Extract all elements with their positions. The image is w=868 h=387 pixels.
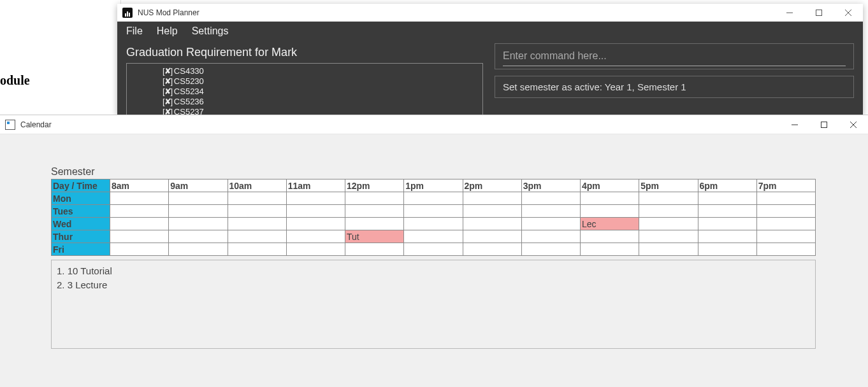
planner-title: NUS Mod Planner	[138, 8, 199, 17]
tt-cell[interactable]	[581, 230, 639, 243]
table-row: Mon	[52, 192, 816, 205]
tt-cell[interactable]	[581, 192, 639, 205]
calendar-minimize-button[interactable]	[780, 116, 809, 134]
tt-cell[interactable]	[228, 192, 286, 205]
tt-cell[interactable]	[698, 205, 756, 218]
tt-cell[interactable]	[521, 230, 580, 243]
planner-titlebar: NUS Mod Planner	[117, 4, 863, 22]
tt-cell[interactable]	[110, 230, 169, 243]
calendar-maximize-button[interactable]	[809, 116, 839, 134]
tt-cell[interactable]	[169, 205, 228, 218]
tt-cell[interactable]	[698, 192, 756, 205]
tt-cell[interactable]	[756, 230, 815, 243]
planner-minimize-button[interactable]	[775, 4, 804, 22]
tt-cell[interactable]	[463, 205, 521, 218]
header-hour: 11am	[286, 179, 345, 192]
tt-cell[interactable]	[286, 192, 345, 205]
tt-cell[interactable]	[639, 192, 698, 205]
tt-cell[interactable]	[521, 192, 580, 205]
tt-cell[interactable]	[404, 192, 463, 205]
calendar-window: Calendar Semester Day / Time 8am 9am 10a…	[0, 115, 868, 387]
tt-cell[interactable]	[698, 243, 756, 256]
tt-cell[interactable]	[345, 192, 404, 205]
tt-cell[interactable]	[286, 230, 345, 243]
header-hour: 7pm	[756, 179, 815, 192]
day-label: Tues	[52, 205, 110, 218]
tt-cell[interactable]	[110, 218, 169, 230]
menu-settings[interactable]: Settings	[192, 25, 229, 37]
table-row: Thur Tut	[52, 230, 816, 243]
tt-cell[interactable]	[286, 205, 345, 218]
tt-cell[interactable]	[228, 205, 286, 218]
graduation-title: Graduation Requirement for Mark	[126, 41, 483, 63]
header-hour: 4pm	[581, 179, 639, 192]
tt-cell[interactable]	[639, 218, 698, 230]
menu-help[interactable]: Help	[157, 25, 178, 37]
command-input[interactable]	[503, 49, 846, 66]
tt-cell[interactable]	[463, 230, 521, 243]
tt-cell[interactable]	[228, 243, 286, 256]
svg-rect-1	[816, 10, 822, 15]
tt-cell[interactable]	[463, 243, 521, 256]
header-hour: 9am	[169, 179, 228, 192]
table-row: Fri	[52, 243, 816, 256]
calendar-close-button[interactable]	[839, 116, 868, 134]
tt-cell[interactable]	[581, 243, 639, 256]
header-hour: 1pm	[404, 179, 463, 192]
tt-cell[interactable]	[756, 243, 815, 256]
tt-cell[interactable]	[404, 218, 463, 230]
tt-cell[interactable]	[756, 192, 815, 205]
graduation-list[interactable]: CS4330 CS5230 CS5234 CS5236 CS5237	[126, 63, 483, 115]
tt-cell[interactable]	[110, 192, 169, 205]
tt-cell[interactable]	[345, 243, 404, 256]
event-tutorial[interactable]: Tut	[345, 230, 404, 243]
header-hour: 5pm	[639, 179, 698, 192]
tt-cell[interactable]	[698, 218, 756, 230]
tt-cell[interactable]	[228, 218, 286, 230]
tt-cell[interactable]	[286, 243, 345, 256]
grad-module-item: CS5230	[163, 76, 482, 87]
menu-file[interactable]: File	[126, 25, 143, 37]
tt-cell[interactable]	[169, 218, 228, 230]
tt-cell[interactable]	[581, 205, 639, 218]
event-lecture[interactable]: Lec	[581, 218, 639, 230]
header-hour: 2pm	[463, 179, 521, 192]
tt-cell[interactable]	[345, 218, 404, 230]
header-hour: 3pm	[521, 179, 580, 192]
tt-cell[interactable]	[404, 243, 463, 256]
tt-cell[interactable]	[639, 205, 698, 218]
tt-cell[interactable]	[110, 205, 169, 218]
tt-cell[interactable]	[110, 243, 169, 256]
tt-cell[interactable]	[169, 230, 228, 243]
tt-cell[interactable]	[286, 218, 345, 230]
calendar-title: Calendar	[20, 120, 52, 129]
tt-cell[interactable]	[756, 205, 815, 218]
tt-cell[interactable]	[521, 205, 580, 218]
planner-maximize-button[interactable]	[804, 4, 834, 22]
tt-cell[interactable]	[521, 218, 580, 230]
tt-cell[interactable]	[404, 230, 463, 243]
tt-cell[interactable]	[345, 205, 404, 218]
grad-module-item: CS5236	[163, 97, 482, 107]
tt-cell[interactable]	[404, 205, 463, 218]
semester-label: Semester	[51, 166, 817, 178]
tt-cell[interactable]	[463, 192, 521, 205]
tt-cell[interactable]	[169, 243, 228, 256]
planner-window: NUS Mod Planner File Help Settings Gradu…	[117, 4, 863, 115]
tt-cell[interactable]	[228, 230, 286, 243]
planner-close-button[interactable]	[834, 4, 863, 22]
tt-cell[interactable]	[521, 243, 580, 256]
calendar-titlebar: Calendar	[0, 115, 868, 134]
calendar-icon	[5, 120, 15, 130]
tt-cell[interactable]	[639, 243, 698, 256]
command-input-wrap	[495, 43, 854, 69]
grad-module-item: CS5234	[163, 87, 482, 97]
tt-cell[interactable]	[756, 218, 815, 230]
svg-rect-5	[821, 122, 827, 127]
tt-cell[interactable]	[639, 230, 698, 243]
tt-cell[interactable]	[169, 192, 228, 205]
notes-box: 1. 10 Tutorial 2. 3 Lecture	[51, 260, 816, 349]
tt-cell[interactable]	[463, 218, 521, 230]
background-window: odule	[0, 0, 121, 115]
tt-cell[interactable]	[698, 230, 756, 243]
